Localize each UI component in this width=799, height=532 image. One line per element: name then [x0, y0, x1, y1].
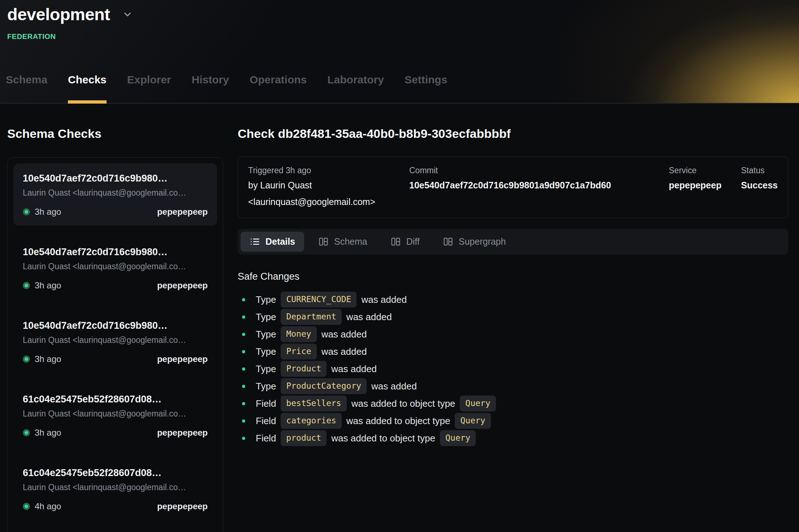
change-row: Type CURRENCY_CODE was added: [238, 291, 788, 308]
meta-triggered-email: <laurinquast@googlemail.com>: [248, 196, 409, 209]
nav-tab-history[interactable]: History: [192, 74, 229, 103]
target-header: development FEDERATION Schema Checks Exp…: [0, 0, 799, 104]
schema-checks-title: Schema Checks: [7, 127, 223, 141]
meta-service-value: pepepepeep: [669, 179, 741, 192]
check-item-service: pepepepeep: [157, 207, 208, 217]
change-text: was added: [321, 346, 367, 357]
chevron-down-icon[interactable]: [121, 8, 134, 21]
columns-icon: [390, 236, 401, 247]
meta-triggered: Triggered 3h ago by Laurin Quast <laurin…: [248, 166, 409, 208]
change-code-chip: product: [281, 430, 327, 446]
change-parent-chip: Query: [455, 413, 491, 429]
status-dot-icon: [23, 208, 30, 215]
change-kind: Type: [256, 294, 276, 305]
check-item-commit: 61c04e25475eb52f28607d08…: [23, 394, 208, 405]
change-text: was added: [361, 294, 407, 305]
change-row: Type Price was added: [238, 343, 788, 360]
nav-tab-label: Explorer: [127, 74, 171, 86]
change-text: was added to object type: [331, 433, 435, 444]
check-meta-box: Triggered 3h ago by Laurin Quast <laurin…: [238, 157, 788, 218]
nav-tab-label: Laboratory: [327, 74, 384, 86]
check-item-author: Laurin Quast <laurinquast@googlemail.co…: [23, 262, 208, 271]
target-selector[interactable]: development: [7, 4, 134, 24]
page-title: development: [7, 4, 110, 24]
nav-tab-laboratory[interactable]: Laboratory: [327, 74, 384, 103]
nav-tab-operations[interactable]: Operations: [250, 74, 307, 103]
main-content: Schema Checks 10e540d7aef72c0d716c9b980……: [0, 104, 799, 532]
nav-tab-explorer[interactable]: Explorer: [127, 74, 171, 103]
change-row: Field categories was added to object typ…: [238, 412, 788, 429]
change-parent-chip: Query: [440, 430, 476, 446]
detail-tab-supergraph[interactable]: Supergraph: [434, 232, 515, 252]
check-item-service: pepepepeep: [157, 280, 208, 291]
status-dot-icon: [23, 356, 30, 363]
meta-commit-label: Commit: [409, 166, 669, 175]
detail-tabs: Details Schema Diff Supergraph: [238, 229, 788, 254]
status-dot-icon: [23, 429, 30, 436]
schema-check-item[interactable]: 61c04e25475eb52f28607d08… Laurin Quast <…: [13, 458, 217, 520]
change-code-chip: Money: [281, 326, 316, 342]
bullet-icon: [242, 298, 245, 301]
schema-check-item[interactable]: 61c04e25475eb52f28607d08… Laurin Quast <…: [13, 384, 217, 446]
check-item-service: pepepepeep: [157, 354, 208, 364]
change-row: Field product was added to object type Q…: [238, 429, 788, 447]
bullet-icon: [242, 402, 245, 405]
schema-check-item[interactable]: 10e540d7aef72c0d716c9b980… Laurin Quast …: [13, 237, 217, 299]
change-row: Type Product was added: [238, 360, 788, 378]
columns-icon: [443, 236, 453, 247]
meta-triggered-label: Triggered 3h ago: [248, 166, 409, 175]
detail-tab-label: Schema: [334, 236, 367, 247]
meta-service-label: Service: [669, 166, 741, 175]
change-kind: Type: [256, 311, 276, 323]
meta-commit: Commit 10e540d7aef72c0d716c9b9801a9d907c…: [409, 166, 669, 208]
change-text: was added: [331, 363, 377, 375]
change-code-chip: bestSellers: [281, 396, 346, 411]
columns-icon: [318, 236, 329, 247]
check-item-author: Laurin Quast <laurinquast@googlemail.co…: [23, 483, 208, 492]
meta-status-label: Status: [741, 166, 778, 175]
bullet-icon: [242, 315, 245, 319]
change-text: was added to object type: [351, 398, 455, 409]
status-badge: Success: [741, 179, 778, 192]
nav-tab-label: History: [192, 74, 229, 86]
detail-tab-label: Diff: [406, 236, 420, 247]
nav-tab-settings[interactable]: Settings: [405, 74, 447, 103]
check-item-author: Laurin Quast <laurinquast@googlemail.co…: [23, 409, 208, 419]
check-item-time: 3h ago: [35, 354, 61, 364]
bullet-icon: [242, 385, 245, 388]
status-dot-icon: [23, 503, 30, 510]
change-code-chip: CURRENCY_CODE: [281, 292, 357, 308]
nav-tab-label: Checks: [68, 74, 107, 86]
change-kind: Type: [256, 381, 276, 392]
meta-status: Status Success: [741, 166, 778, 208]
change-code-chip: categories: [281, 413, 341, 429]
check-item-author: Laurin Quast <laurinquast@googlemail.co…: [23, 335, 208, 345]
change-kind: Field: [256, 398, 276, 409]
meta-commit-value: 10e540d7aef72c0d716c9b9801a9d907c1a7bd60: [409, 179, 669, 192]
bullet-icon: [242, 350, 245, 353]
change-text: was added: [371, 381, 417, 392]
bullet-icon: [242, 437, 245, 440]
check-item-time: 3h ago: [35, 428, 61, 438]
check-detail-panel: Check db28f481-35aa-40b0-b8b9-303ecfabbb…: [238, 104, 788, 447]
nav-tab-checks[interactable]: Checks: [68, 74, 107, 103]
check-item-service: pepepepeep: [157, 428, 208, 438]
schema-check-item[interactable]: 10e540d7aef72c0d716c9b980… Laurin Quast …: [13, 311, 217, 373]
detail-tab-schema[interactable]: Schema: [309, 232, 376, 252]
detail-tab-diff[interactable]: Diff: [381, 232, 429, 252]
schema-check-item[interactable]: 10e540d7aef72c0d716c9b980… Laurin Quast …: [13, 163, 217, 226]
nav-tab-schema[interactable]: Schema: [6, 74, 47, 103]
status-dot-icon: [23, 282, 30, 289]
safe-changes-title: Safe Changes: [238, 271, 788, 282]
list-icon: [250, 236, 260, 247]
schema-checks-list: 10e540d7aef72c0d716c9b980… Laurin Quast …: [7, 157, 223, 532]
change-row: Type Department was added: [238, 308, 788, 326]
change-text: was added: [346, 311, 392, 323]
change-row: Type ProductCategory was added: [238, 378, 788, 395]
federation-badge: FEDERATION: [7, 32, 56, 41]
detail-tab-details[interactable]: Details: [241, 232, 304, 252]
schema-checks-panel: Schema Checks 10e540d7aef72c0d716c9b980……: [7, 104, 223, 532]
check-item-time: 3h ago: [35, 280, 61, 291]
change-row: Field bestSellers was added to object ty…: [238, 395, 788, 412]
change-code-chip: ProductCategory: [281, 378, 367, 394]
